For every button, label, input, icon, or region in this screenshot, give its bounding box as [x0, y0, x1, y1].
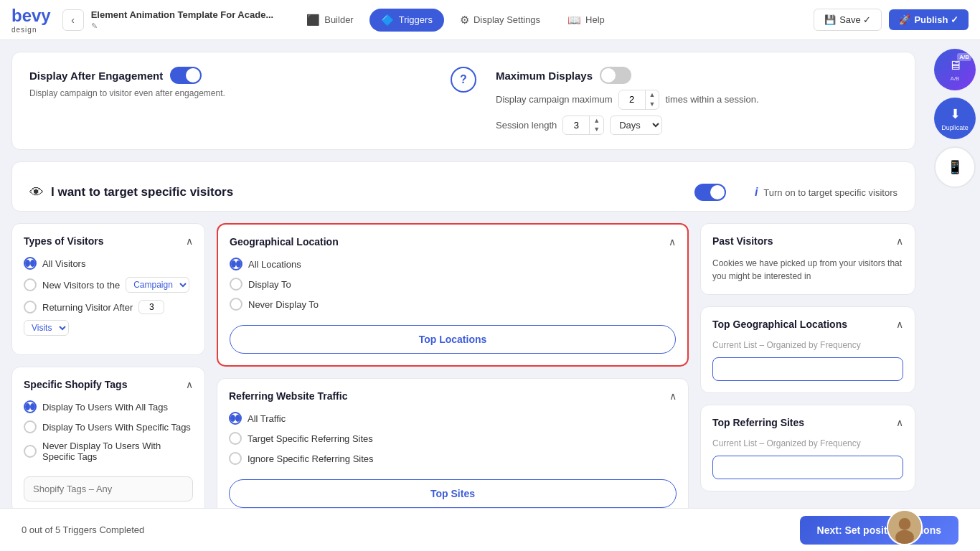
left-column: Types of Visitors ∧ All Visitors New Vis…	[11, 223, 205, 508]
nav-right: 💾 Save ✓ 🚀 Publish ✓	[814, 9, 969, 31]
radio-display-to[interactable]: Display To	[230, 278, 676, 291]
geo-chevron-up[interactable]: ∧	[669, 236, 676, 248]
times-up-arrow[interactable]: ▲	[646, 90, 659, 100]
top-geo-search-input[interactable]	[712, 357, 903, 381]
logo: bevy	[11, 6, 51, 26]
radio-ignore-referring[interactable]: Ignore Specific Referring Sites	[229, 452, 677, 465]
help-icon: 📖	[567, 14, 581, 27]
session-up-arrow[interactable]: ▲	[590, 116, 603, 126]
session-value-input[interactable]	[563, 117, 589, 133]
ab-label: A/B	[951, 75, 960, 82]
nav-title: Element Animation Template For Acade...	[91, 9, 274, 20]
shopify-tags-input[interactable]	[24, 476, 193, 501]
returning-num-input[interactable]	[138, 300, 164, 314]
past-visitors-desc: Cookies we have picked up from your visi…	[712, 257, 903, 283]
top-sites-button[interactable]: Top Sites	[229, 479, 677, 508]
referring-traffic-card: Referring Website Traffic ∧ All Traffic …	[217, 378, 689, 508]
mobile-icon: 📱	[947, 159, 963, 175]
info-icon: i	[755, 186, 758, 199]
engagement-toggle[interactable]	[170, 67, 202, 84]
tab-builder[interactable]: ⬛ Builder	[295, 9, 364, 32]
geo-title: Geographical Location	[230, 236, 339, 248]
radio-shopify-specific-circle	[24, 420, 37, 433]
times-input[interactable]: ▲ ▼	[618, 90, 660, 110]
radio-all-traffic-circle	[229, 412, 242, 425]
past-visitors-header: Past Visitors ∧	[712, 235, 903, 247]
max-displays-times-row: Display campaign maximum ▲ ▼ times withi…	[496, 90, 897, 110]
radio-ignore-referring-circle	[229, 452, 242, 465]
session-unit-select[interactable]: Days Hours	[610, 116, 662, 135]
top-geo-chevron[interactable]: ∧	[896, 319, 903, 330]
top-referring-header: Top Referring Sites ∧	[712, 417, 903, 428]
radio-all-locations[interactable]: All Locations	[230, 258, 676, 270]
top-geo-card: Top Geographical Locations ∧ Current Lis…	[700, 306, 915, 393]
duplicate-label: Duplicate	[941, 124, 969, 131]
radio-all-visitors[interactable]: All Visitors	[24, 257, 193, 270]
main-content: Display After Engagement Display campaig…	[0, 40, 980, 508]
times-value-input[interactable]	[619, 91, 645, 108]
radio-returning-visitor[interactable]: Returning Visitor After Visits	[24, 300, 193, 336]
top-locations-button[interactable]: Top Locations	[230, 325, 676, 354]
tab-help[interactable]: 📖 Help	[556, 9, 616, 32]
logo-area: bevy design	[11, 6, 51, 34]
middle-column: Geographical Location ∧ All Locations Di…	[217, 223, 689, 508]
types-chevron-up[interactable]: ∧	[186, 235, 193, 247]
radio-shopify-specific[interactable]: Display To Users With Specific Tags	[24, 420, 193, 433]
session-input[interactable]: ▲ ▼	[562, 116, 604, 136]
radio-new-visitors[interactable]: New Visitors to the Campaign	[24, 277, 193, 293]
publish-button[interactable]: 🚀 Publish ✓	[889, 9, 969, 30]
info-text: Turn on to target specific visitors	[763, 187, 897, 198]
help-circle-button[interactable]: ?	[451, 67, 476, 93]
times-down-arrow[interactable]: ▼	[646, 100, 659, 109]
max-displays-col: Maximum Displays Display campaign maximu…	[496, 67, 897, 135]
duplicate-icon: ⬇	[950, 106, 961, 122]
top-referring-search-input[interactable]	[712, 456, 903, 479]
new-visitors-select[interactable]: Campaign	[126, 277, 189, 293]
edit-icon[interactable]: ✎	[91, 22, 274, 31]
max-displays-toggle[interactable]	[600, 67, 631, 84]
tab-triggers[interactable]: 🔷 Triggers	[369, 9, 444, 32]
target-visitors-toggle[interactable]	[694, 184, 726, 201]
engagement-title: Display After Engagement	[29, 70, 163, 82]
radio-returning-circle	[24, 301, 37, 314]
top-referring-card: Top Referring Sites ∧ Current List – Org…	[700, 405, 915, 491]
right-sidebar: 🖥 A/B ⬇ Duplicate 📱	[930, 40, 980, 197]
radio-all-traffic[interactable]: All Traffic	[229, 412, 677, 425]
radio-target-referring[interactable]: Target Specific Referring Sites	[229, 432, 677, 445]
mobile-button[interactable]: 📱	[934, 146, 976, 188]
referring-chevron-up[interactable]: ∧	[669, 390, 677, 402]
radio-shopify-never[interactable]: Never Display To Users With Specific Tag…	[24, 441, 193, 462]
radio-never-display[interactable]: Never Display To	[230, 298, 676, 311]
ab-test-button[interactable]: 🖥 A/B	[934, 49, 976, 90]
engagement-section: Display After Engagement Display campaig…	[11, 52, 915, 150]
returning-select[interactable]: Visits	[24, 320, 69, 336]
eye-icon: 👁	[29, 184, 44, 201]
next-button[interactable]: Next: Set position options	[800, 516, 958, 545]
tab-display-settings[interactable]: ⚙ Display Settings	[448, 9, 552, 32]
shopify-chevron-up[interactable]: ∧	[186, 379, 193, 390]
past-visitors-chevron[interactable]: ∧	[896, 235, 903, 247]
radio-shopify-all[interactable]: Display To Users With All Tags	[24, 400, 193, 413]
top-referring-chevron[interactable]: ∧	[896, 417, 903, 428]
past-visitors-title: Past Visitors	[712, 235, 773, 247]
referring-title: Referring Website Traffic	[229, 390, 347, 402]
past-visitors-card: Past Visitors ∧ Cookies we have picked u…	[700, 223, 915, 295]
top-geo-title: Top Geographical Locations	[712, 319, 847, 330]
radio-shopify-never-circle	[24, 445, 37, 458]
save-button[interactable]: 💾 Save ✓	[814, 9, 882, 31]
back-button[interactable]: ‹	[62, 9, 84, 31]
engagement-col: Display After Engagement Display campaig…	[29, 67, 431, 98]
session-down-arrow[interactable]: ▼	[590, 125, 603, 134]
radio-never-display-circle	[230, 298, 242, 311]
settings-icon: ⚙	[460, 14, 469, 27]
progress-text: 0 out of 5 Triggers Completed	[22, 524, 144, 535]
save-icon: 💾	[824, 14, 836, 25]
shopify-tags-card: Specific Shopify Tags ∧ Display To Users…	[11, 367, 205, 508]
radio-all-visitors-circle	[24, 257, 37, 270]
svg-point-1	[899, 518, 911, 530]
publish-icon: 🚀	[899, 14, 910, 25]
types-of-visitors-card: Types of Visitors ∧ All Visitors New Vis…	[11, 223, 205, 355]
geo-location-card: Geographical Location ∧ All Locations Di…	[217, 223, 689, 367]
avatar	[887, 509, 923, 545]
duplicate-button[interactable]: ⬇ Duplicate	[934, 98, 976, 139]
